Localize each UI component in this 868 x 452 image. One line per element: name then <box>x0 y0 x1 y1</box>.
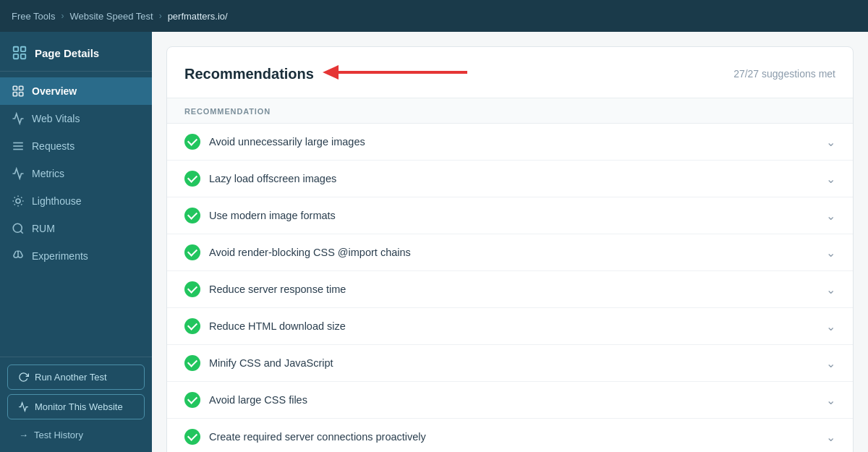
rec-item-text: Reduce server response time <box>209 283 346 295</box>
test-history-link[interactable]: → Test History <box>7 424 145 446</box>
rec-item-left: Avoid unnecessarily large images <box>184 134 365 150</box>
sidebar-item-lighthouse[interactable]: Lighthouse <box>0 187 152 215</box>
rec-title-row: Recommendations <box>184 61 482 86</box>
check-icon <box>184 392 200 408</box>
breadcrumb-speed-test[interactable]: Website Speed Test <box>69 11 153 22</box>
check-icon <box>184 171 200 187</box>
rec-item[interactable]: Reduce server response time ⌄ <box>167 271 853 308</box>
main-layout: Page Details Overview Web Vital <box>0 32 868 452</box>
sidebar-item-label: Overview <box>32 85 77 97</box>
sidebar-header-label: Page Details <box>35 47 99 59</box>
activity-icon <box>12 112 25 125</box>
rec-item-text: Reduce HTML download size <box>209 320 346 332</box>
breadcrumb-free-tools[interactable]: Free Tools <box>12 11 55 22</box>
rec-count: 27/27 suggestions met <box>733 68 835 80</box>
rec-item-left: Avoid render-blocking CSS @import chains <box>184 244 411 260</box>
page-details-icon <box>12 45 27 61</box>
rec-item[interactable]: Use modern image formats ⌄ <box>167 197 853 234</box>
rec-header: Recommendations 27/27 suggestions met <box>167 47 853 98</box>
rec-item[interactable]: Avoid large CSS files ⌄ <box>167 382 853 419</box>
sidebar-nav: Overview Web Vitals Requests <box>0 72 152 357</box>
sidebar-header: Page Details <box>0 32 152 72</box>
chevron-down-icon: ⌄ <box>826 209 835 223</box>
lighthouse-icon <box>12 195 25 208</box>
sidebar-item-experiments[interactable]: Experiments <box>0 242 152 270</box>
rec-item[interactable]: Lazy load offscreen images ⌄ <box>167 161 853 197</box>
check-icon <box>184 281 200 297</box>
svg-point-12 <box>13 223 22 232</box>
metrics-icon <box>12 167 25 180</box>
rec-item-left: Reduce HTML download size <box>184 318 346 334</box>
arrow-right-icon: → <box>19 430 28 440</box>
sidebar-item-metrics[interactable]: Metrics <box>0 160 152 187</box>
recommendations-panel: Recommendations 27/27 suggestions met RE… <box>166 46 854 452</box>
rec-table-header: RECOMMENDATION <box>167 98 853 124</box>
check-icon <box>184 429 200 445</box>
breadcrumb-sep-1: › <box>61 11 64 21</box>
sidebar-item-requests[interactable]: Requests <box>0 132 152 160</box>
svg-rect-0 <box>14 47 18 51</box>
sidebar-item-label: Experiments <box>32 250 88 262</box>
red-arrow-svg <box>323 61 482 83</box>
top-bar: Free Tools › Website Speed Test › perfma… <box>0 0 868 32</box>
rec-column-header: RECOMMENDATION <box>184 107 271 116</box>
rec-item[interactable]: Avoid render-blocking CSS @import chains… <box>167 234 853 271</box>
rec-item-text: Use modern image formats <box>209 210 336 221</box>
rec-list: Avoid unnecessarily large images ⌄ Lazy … <box>167 124 853 452</box>
sidebar-item-rum[interactable]: RUM <box>0 215 152 242</box>
flask-icon <box>12 250 25 263</box>
svg-rect-7 <box>20 93 23 96</box>
rec-item-left: Create required server connections proac… <box>184 429 426 445</box>
svg-rect-1 <box>21 47 25 51</box>
monitor-website-button[interactable]: Monitor This Website <box>7 394 145 419</box>
chevron-down-icon: ⌄ <box>826 393 835 407</box>
rec-item-text: Lazy load offscreen images <box>209 173 336 184</box>
chevron-down-icon: ⌄ <box>826 430 835 444</box>
breadcrumb-sep-2: › <box>159 11 162 21</box>
sidebar-item-overview[interactable]: Overview <box>0 77 152 105</box>
content-area: Recommendations 27/27 suggestions met RE… <box>152 32 868 452</box>
list-icon <box>12 140 25 153</box>
arrow-annotation <box>323 61 482 86</box>
sidebar-item-label: Metrics <box>32 168 64 179</box>
svg-marker-16 <box>323 65 339 80</box>
svg-point-11 <box>16 199 20 203</box>
rec-item-left: Lazy load offscreen images <box>184 171 336 187</box>
rec-item[interactable]: Minify CSS and JavaScript ⌄ <box>167 345 853 382</box>
svg-rect-2 <box>14 54 18 59</box>
monitor-icon <box>18 401 29 412</box>
check-icon <box>184 244 200 260</box>
rum-icon <box>12 222 25 235</box>
sidebar-item-label: RUM <box>32 223 55 234</box>
rec-item[interactable]: Reduce HTML download size ⌄ <box>167 308 853 345</box>
sidebar-actions: Run Another Test Monitor This Website → … <box>0 357 152 452</box>
rec-item-left: Minify CSS and JavaScript <box>184 355 333 371</box>
sidebar-item-label: Web Vitals <box>32 113 80 124</box>
rec-item-left: Reduce server response time <box>184 281 346 297</box>
chevron-down-icon: ⌄ <box>826 246 835 260</box>
chevron-down-icon: ⌄ <box>826 320 835 333</box>
check-icon <box>184 208 200 223</box>
rec-item[interactable]: Avoid unnecessarily large images ⌄ <box>167 124 853 161</box>
recommendations-title: Recommendations <box>184 66 314 82</box>
breadcrumb-url[interactable]: perfmatters.io/ <box>168 11 228 22</box>
rec-item[interactable]: Create required server connections proac… <box>167 419 853 452</box>
chevron-down-icon: ⌄ <box>826 135 835 149</box>
check-icon <box>184 355 200 371</box>
sidebar-item-label: Requests <box>32 140 75 152</box>
svg-line-13 <box>20 231 22 233</box>
rec-item-text: Avoid unnecessarily large images <box>209 136 365 148</box>
rec-item-left: Use modern image formats <box>184 208 336 223</box>
svg-rect-3 <box>21 54 25 59</box>
rec-item-left: Avoid large CSS files <box>184 392 307 408</box>
check-icon <box>184 318 200 334</box>
rec-item-text: Create required server connections proac… <box>209 431 426 443</box>
refresh-icon <box>18 372 29 383</box>
check-icon <box>184 134 200 150</box>
chevron-down-icon: ⌄ <box>826 283 835 297</box>
rec-item-text: Avoid render-blocking CSS @import chains <box>209 247 411 258</box>
chevron-down-icon: ⌄ <box>826 357 835 370</box>
sidebar-item-web-vitals[interactable]: Web Vitals <box>0 105 152 132</box>
svg-rect-4 <box>13 86 17 90</box>
run-another-test-button[interactable]: Run Another Test <box>7 364 145 390</box>
